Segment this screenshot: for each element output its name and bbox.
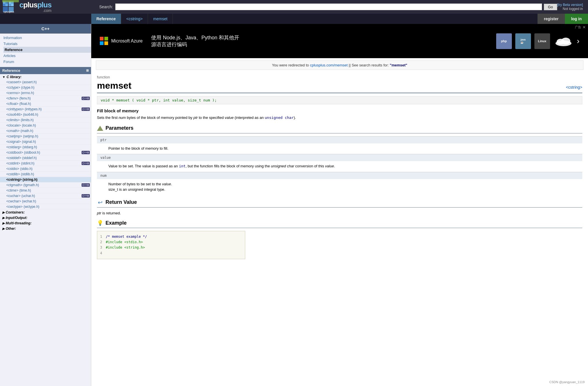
arrow-icon: ↩	[98, 199, 103, 206]
ad-next-arrow[interactable]: ›	[577, 36, 579, 46]
sidebar-containers-category[interactable]: ▶ Containers:	[0, 210, 91, 215]
try-beta-link[interactable]: [try Beta version]	[557, 3, 583, 7]
sidebar-climits-link[interactable]: <climits> (limits.h)	[6, 118, 90, 122]
sidebar-cstring-link[interactable]: <cstring> (string.h)	[6, 178, 90, 182]
logo-area: cplusplus cplusplus .com	[2, 0, 94, 14]
search-input[interactable]	[115, 3, 542, 10]
logo-cube-icon: cplusplus	[2, 0, 19, 14]
sidebar-cstdlib-link[interactable]: <cstdlib> (stdlib.h)	[6, 172, 90, 176]
nav-tab-cstring[interactable]: <cstring>	[121, 14, 148, 24]
sidebar-cctype-link[interactable]: <cctype> (ctype.h)	[6, 86, 90, 90]
nav-tab-memset[interactable]: memset	[148, 14, 173, 24]
sidebar-item-reference[interactable]: Reference	[3, 47, 91, 53]
desc-ptr: ptr	[193, 115, 198, 120]
sidebar-ciso646-link[interactable]: <ciso646> (iso646.h)	[6, 113, 90, 117]
sidebar-item-tutorials[interactable]: Tutorials	[3, 41, 91, 47]
sidebar-cwctype-link[interactable]: <cwctype> (wctype.h)	[6, 205, 90, 209]
sidebar-item-articles[interactable]: Articles	[3, 53, 91, 59]
parameters-icon	[97, 125, 103, 131]
param-int-code: int	[179, 164, 185, 168]
example-section-header: 💡 Example	[97, 220, 582, 228]
sidebar-cuchar-link[interactable]: <cuchar> (uchar.h)	[6, 194, 80, 198]
search-button[interactable]: Go	[544, 4, 557, 10]
sidebar-cpp-title: C++	[0, 24, 91, 34]
function-title-row: memset <cstring>	[97, 80, 582, 93]
list-item: <cctype> (ctype.h)	[0, 85, 91, 90]
list-item: <cwchar> (wchar.h)	[0, 199, 91, 204]
code-line-1: 1 /* memset example */	[100, 234, 242, 239]
parameters-title: Parameters	[106, 125, 133, 131]
linux-icon: Linux	[534, 33, 550, 49]
table-row: ptr	[97, 136, 582, 143]
return-title: Return Value	[106, 199, 137, 205]
ad-close-button[interactable]: ✕	[583, 25, 586, 29]
list-item: <cfloat> (float.h)	[0, 101, 91, 107]
top-header: cplusplus cplusplus .com Search: Go [try…	[0, 0, 588, 14]
sidebar-cfloat-link[interactable]: <cfloat> (float.h)	[6, 102, 90, 106]
desc-text-interpreted: (interpreted as an	[234, 115, 265, 120]
sidebar-cwchar-link[interactable]: <cwchar> (wchar.h)	[6, 199, 90, 203]
register-button[interactable]: register	[538, 14, 565, 24]
header-right: [try Beta version] Not logged in	[557, 3, 586, 11]
ad-text: 使用 Node.js、Java、Python 和其他开 源语言进行编码	[151, 34, 496, 48]
line-number: 1	[100, 234, 106, 239]
sidebar-cmath-link[interactable]: <cmath> (math.h)	[6, 129, 90, 133]
sidebar-cassert-link[interactable]: <cassert> (assert.h)	[6, 80, 90, 84]
login-button[interactable]: log in	[565, 14, 588, 24]
list-item: <ctime> (time.h)	[0, 188, 91, 193]
expand-icon: ▶	[2, 211, 5, 214]
content-area: 广告 ✕ Microsoft Azure 使用 Node.js、Java、Pyt…	[91, 24, 588, 386]
sidebar-ctime-link[interactable]: <ctime> (time.h)	[6, 188, 90, 192]
sidebar-cstddef-link[interactable]: <cstddef> (stddef.h)	[6, 156, 90, 160]
sidebar-other-category[interactable]: ▶ Other:	[0, 226, 91, 231]
sidebar-csignal-link[interactable]: <csignal> (signal.h)	[6, 140, 90, 144]
sidebar-reference-header[interactable]: Reference ⊞	[0, 67, 91, 74]
function-header-tag[interactable]: <cstring>	[566, 85, 582, 90]
sidebar-cinttypes-link[interactable]: <cinttypes> (inttypes.h)	[6, 107, 80, 111]
nav-tab-reference[interactable]: Reference	[91, 14, 121, 24]
grid-icon[interactable]: ⊞	[86, 69, 89, 72]
param-num-name: num	[97, 172, 582, 179]
sidebar-cstdint-link[interactable]: <cstdint> (stdint.h)	[6, 161, 80, 165]
sidebar-item-forum[interactable]: Forum	[3, 59, 91, 65]
php-icon: php	[496, 33, 512, 49]
sidebar-cfenv-link[interactable]: <cfenv> (fenv.h)	[6, 96, 80, 100]
example-icon: 💡	[97, 220, 103, 226]
expand-icon: ▶	[2, 227, 5, 231]
list-item: <cinttypes> (inttypes.h) C++B	[0, 107, 91, 112]
other-label: Other:	[6, 227, 16, 231]
sidebar-cstdbool-link[interactable]: <cstdbool> (stdbool.h)	[6, 151, 80, 155]
sidebar-ctgmath-link[interactable]: <ctgmath> (tgmath.h)	[6, 183, 80, 187]
sidebar-threading-category[interactable]: ▶ Multi-threading:	[0, 220, 91, 226]
java-icon: java☕	[515, 33, 531, 49]
line-number: 4	[100, 251, 106, 256]
sidebar-io-category[interactable]: ▶ Input/Output:	[0, 215, 91, 220]
triangle-icon	[97, 126, 103, 131]
function-name: memset	[97, 80, 131, 91]
desc-text-specified: to the specified	[198, 115, 225, 120]
list-item: <cerrno> (errno.h)	[0, 90, 91, 96]
sidebar-cstdio-link[interactable]: <cstdio> (stdio.h)	[6, 167, 90, 171]
desc-text-sets: Sets the first	[97, 115, 119, 120]
ms-yellow-square	[104, 41, 108, 45]
list-item: <climits> (limits.h)	[0, 117, 91, 123]
sidebar-reference-title: Reference	[2, 68, 20, 73]
sidebar-clocale-link[interactable]: <clocale> (locale.h)	[6, 123, 90, 127]
sidebar-cpp-nav: Information Tutorials Reference Articles…	[0, 34, 91, 67]
search-area: Search: Go	[94, 3, 557, 10]
sidebar-item-information[interactable]: Information	[3, 35, 91, 41]
list-item: <cmath> (math.h)	[0, 128, 91, 134]
param-num-value-em: value	[162, 182, 171, 186]
sidebar-cstdarg-link[interactable]: <cstdarg> (stdarg.h)	[6, 145, 90, 149]
sidebar-csetjmp-link[interactable]: <csetjmp> (setjmp.h)	[6, 134, 90, 138]
list-item: <cstdlib> (stdlib.h)	[0, 172, 91, 177]
code-example: 1 /* memset example */ 2 #include <stdio…	[97, 231, 245, 259]
nav-bar: Reference <cstring> memset register log …	[0, 14, 588, 24]
param-value-desc: Value to be set. The value is passed as …	[97, 161, 582, 172]
clibrary-label: C library:	[7, 75, 22, 79]
svg-rect-8	[2, 0, 19, 2]
sidebar-cerrno-link[interactable]: <cerrno> (errno.h)	[6, 91, 90, 95]
redirect-link[interactable]: cplusplus.com/memset	[310, 63, 348, 67]
sidebar-clibrary-category[interactable]: ▼ C library:	[0, 74, 91, 80]
code-include: #include <string.h>	[106, 245, 145, 250]
